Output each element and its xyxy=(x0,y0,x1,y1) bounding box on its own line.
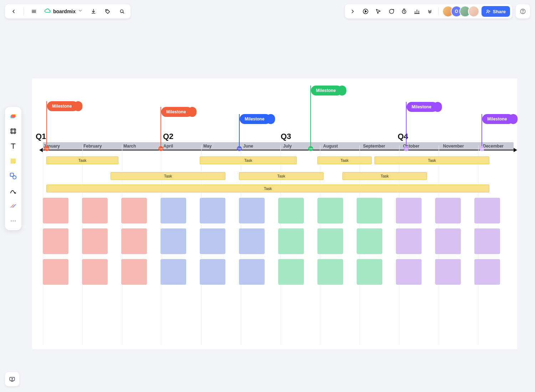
comment-icon xyxy=(388,8,394,15)
play-button[interactable] xyxy=(360,6,371,17)
note-icon xyxy=(9,157,17,165)
milestone-flag-label: Milestone xyxy=(482,114,513,124)
present-button[interactable] xyxy=(5,372,19,386)
chevron-down-icon xyxy=(78,8,83,15)
svg-rect-20 xyxy=(11,115,15,118)
board-title: boardmix xyxy=(53,9,76,14)
card[interactable] xyxy=(160,228,186,254)
download-button[interactable] xyxy=(88,6,99,17)
card[interactable] xyxy=(200,228,225,254)
pen-tool[interactable] xyxy=(7,185,20,197)
svg-rect-28 xyxy=(10,173,14,176)
chart-button[interactable] xyxy=(411,6,423,17)
card[interactable] xyxy=(278,198,304,223)
card[interactable] xyxy=(160,198,186,223)
frame-icon xyxy=(9,127,17,135)
card[interactable] xyxy=(121,228,147,254)
quarter-label-q3: Q3 xyxy=(281,132,291,141)
share-button[interactable]: Share xyxy=(482,6,510,17)
card[interactable] xyxy=(396,198,422,223)
text-tool[interactable] xyxy=(7,140,20,153)
card[interactable] xyxy=(43,198,68,223)
collaborator-avatars[interactable]: O xyxy=(442,6,480,17)
card[interactable] xyxy=(239,259,265,285)
more-tools[interactable] xyxy=(7,215,20,227)
card[interactable] xyxy=(317,259,343,285)
more-button[interactable] xyxy=(424,6,435,17)
text-icon xyxy=(9,142,17,150)
svg-marker-7 xyxy=(365,10,367,12)
card[interactable] xyxy=(43,228,68,254)
shapes-tool[interactable] xyxy=(7,170,20,182)
left-tool-panel xyxy=(5,107,21,230)
card[interactable] xyxy=(474,228,500,254)
help-icon xyxy=(520,8,526,15)
card[interactable] xyxy=(82,198,108,223)
card[interactable] xyxy=(239,198,265,223)
card[interactable] xyxy=(435,259,461,285)
task-bar[interactable]: Task xyxy=(374,156,489,164)
timer-icon xyxy=(401,8,407,15)
card[interactable] xyxy=(317,228,343,254)
quarter-label-q2: Q2 xyxy=(163,132,173,141)
task-bar[interactable]: Task xyxy=(342,172,427,180)
task-bar[interactable]: Task xyxy=(111,172,225,180)
card[interactable] xyxy=(435,228,461,254)
card[interactable] xyxy=(121,259,147,285)
card[interactable] xyxy=(357,259,382,285)
milestone-pin: Title xyxy=(404,146,409,151)
chart-icon xyxy=(414,8,420,15)
card[interactable] xyxy=(82,259,108,285)
connector-tool[interactable] xyxy=(7,200,20,212)
card[interactable] xyxy=(357,198,382,223)
card[interactable] xyxy=(435,198,461,223)
milestone-pin: Title xyxy=(237,146,242,151)
task-bar[interactable]: Task xyxy=(46,185,489,192)
card-grid xyxy=(43,198,510,285)
divider xyxy=(24,7,24,15)
hamburger-icon xyxy=(31,9,37,14)
svg-point-17 xyxy=(523,12,523,13)
avatar[interactable] xyxy=(468,6,479,17)
task-bar[interactable]: Task xyxy=(239,172,323,180)
card[interactable] xyxy=(239,228,265,254)
card[interactable] xyxy=(200,259,225,285)
milestone-pin: Title xyxy=(308,146,313,151)
milestone-pin: Title xyxy=(479,146,484,151)
double-chevron-down-icon xyxy=(427,9,433,14)
expand-button[interactable] xyxy=(347,6,358,17)
task-bar[interactable]: Task xyxy=(317,156,372,164)
stickers-tool[interactable] xyxy=(7,110,20,123)
card[interactable] xyxy=(82,228,108,254)
user-plus-icon xyxy=(486,9,491,14)
tag-button[interactable] xyxy=(102,6,113,17)
svg-point-31 xyxy=(11,221,12,222)
card[interactable] xyxy=(121,198,147,223)
timer-button[interactable] xyxy=(398,6,410,17)
note-tool[interactable] xyxy=(7,155,20,167)
card[interactable] xyxy=(317,198,343,223)
card[interactable] xyxy=(160,259,186,285)
card[interactable] xyxy=(357,228,382,254)
canvas-board[interactable]: Q1 Q2 Q3 Q4 January February March April… xyxy=(32,78,517,349)
card[interactable] xyxy=(278,259,304,285)
card[interactable] xyxy=(200,198,225,223)
svg-point-13 xyxy=(487,10,488,11)
help-button[interactable] xyxy=(516,4,530,19)
task-bar[interactable]: Task xyxy=(46,156,118,164)
card[interactable] xyxy=(474,259,500,285)
frame-tool[interactable] xyxy=(7,125,20,138)
card[interactable] xyxy=(396,259,422,285)
search-button[interactable] xyxy=(116,6,128,17)
task-bar[interactable]: Task xyxy=(200,156,297,164)
card[interactable] xyxy=(474,198,500,223)
card[interactable] xyxy=(43,259,68,285)
card[interactable] xyxy=(396,228,422,254)
comment-button[interactable] xyxy=(386,6,397,17)
svg-point-29 xyxy=(13,176,16,179)
pointer-button[interactable] xyxy=(373,6,384,17)
card[interactable] xyxy=(278,228,304,254)
board-title-dropdown[interactable]: boardmix xyxy=(42,6,85,17)
back-button[interactable] xyxy=(8,6,19,17)
menu-button[interactable] xyxy=(28,6,40,17)
